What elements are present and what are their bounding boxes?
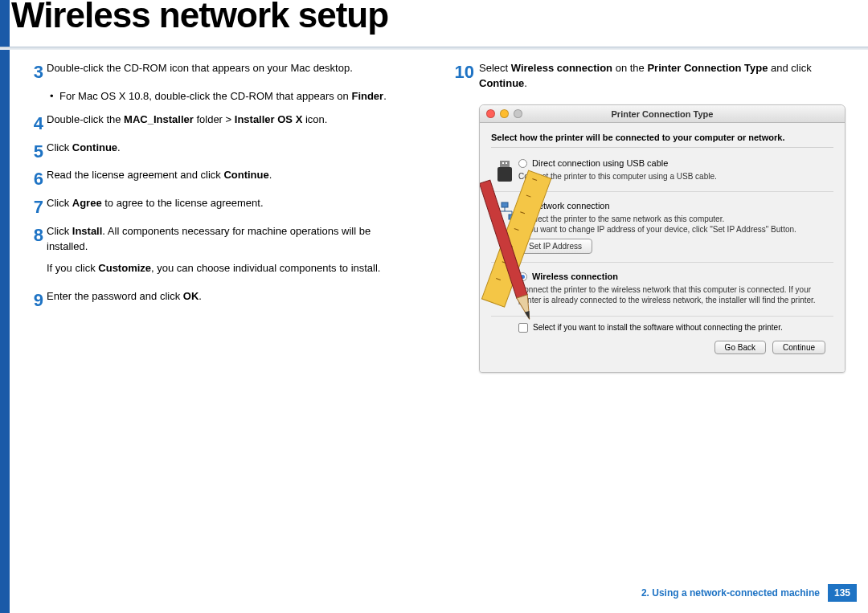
option-label: Network connection <box>532 200 610 212</box>
bold: Install <box>72 225 103 237</box>
mac-titlebar: Printer Connection Type <box>480 105 845 123</box>
usb-icon <box>491 157 518 183</box>
step-5: 5 Click Continue. <box>21 141 415 156</box>
text: Enter the password and click <box>47 290 183 302</box>
text: . <box>524 77 527 89</box>
close-icon[interactable] <box>486 109 495 118</box>
page-number: 135 <box>828 584 857 602</box>
radio-wireless[interactable] <box>518 272 527 281</box>
option-desc: Connect the printer to this computer usi… <box>518 171 833 182</box>
separator <box>491 191 833 192</box>
radio-usb[interactable] <box>518 159 527 168</box>
bold: Agree <box>72 197 102 209</box>
mac-dialog-body: Select how the printer will be connected… <box>480 123 845 372</box>
step-number: 8 <box>21 223 43 248</box>
text: Double-click the <box>47 113 124 125</box>
svg-rect-11 <box>500 161 510 167</box>
bold: Continue <box>72 141 117 153</box>
text: Read the license agreement and click <box>47 169 223 181</box>
svg-point-18 <box>503 288 506 292</box>
text: . <box>117 141 121 153</box>
option-label: Wireless connection <box>532 271 618 283</box>
checkbox-install-without-connect[interactable] <box>518 323 528 333</box>
step-9: 9 Enter the password and click OK. <box>21 289 415 304</box>
step-7: 7 Click Agree to agree to the license ag… <box>21 196 415 211</box>
mac-dialog-footer: Go Back Continue <box>491 336 833 362</box>
step-6: 6 Read the license agreement and click C… <box>21 168 415 183</box>
wifi-icon <box>491 271 518 306</box>
checkbox-label: Select if you want to install the softwa… <box>533 323 783 332</box>
title-rule <box>0 47 868 50</box>
mac-dialog-printer-connection: Printer Connection Type <box>479 104 845 373</box>
option-usb[interactable]: Direct connection using USB cable Connec… <box>491 154 833 190</box>
page-title: Wireless network setup <box>11 0 388 35</box>
minimize-icon[interactable] <box>500 109 509 118</box>
page-footer: 2. Using a network-connected machine 135 <box>641 584 857 602</box>
footer-section: 2. Using a network-connected machine <box>641 587 820 599</box>
go-back-button[interactable]: Go Back <box>714 341 766 354</box>
step-3-bullet: For Mac OS X 10.8, double-click the CD-R… <box>21 89 415 104</box>
svg-rect-14 <box>506 162 507 164</box>
step-number: 3 <box>21 59 43 85</box>
bold: MAC_Installer <box>124 113 194 125</box>
step-number: 5 <box>21 139 43 165</box>
svg-rect-16 <box>494 215 501 219</box>
separator <box>491 262 833 263</box>
option-wireless[interactable]: Wireless connection Connect the printer … <box>491 268 833 313</box>
continue-button[interactable]: Continue <box>772 341 825 354</box>
option-desc: Connect the printer to the wireless netw… <box>518 284 833 306</box>
text: Click <box>47 141 72 153</box>
text: and click <box>768 62 811 74</box>
mac-dialog-title: Printer Connection Type <box>612 109 714 119</box>
bold: OK <box>183 290 199 302</box>
step-number: 4 <box>21 111 43 137</box>
left-column: 3 Double-click the CD-ROM icon that appe… <box>10 61 426 373</box>
bold: Installer OS X <box>235 113 303 125</box>
text: Click <box>47 197 72 209</box>
mac-window-controls <box>486 109 522 118</box>
text: . <box>383 90 387 102</box>
sidebar-accent <box>0 0 10 613</box>
step-number: 10 <box>450 59 474 85</box>
step-text: Double-click the CD-ROM icon that appear… <box>47 62 353 74</box>
content-columns: 3 Double-click the CD-ROM icon that appe… <box>10 61 858 373</box>
step-number: 7 <box>21 194 43 220</box>
text: icon. <box>302 113 327 125</box>
text: to agree to the license agreement. <box>102 197 264 209</box>
bold: Finder <box>351 90 383 102</box>
option-network[interactable]: Network connection Connect the printer t… <box>491 197 833 260</box>
step-number: 6 <box>21 166 43 192</box>
step-4: 4 Double-click the MAC_Installer folder … <box>21 112 415 128</box>
step-3: 3 Double-click the CD-ROM icon that appe… <box>21 61 415 76</box>
zoom-icon[interactable] <box>514 109 522 118</box>
step-10: 10 Select Wireless connection on the Pri… <box>453 61 847 92</box>
svg-rect-17 <box>509 215 515 219</box>
bold: Wireless connection <box>511 62 612 74</box>
step-number: 9 <box>21 288 43 313</box>
text: . <box>269 169 272 181</box>
text: For Mac OS X 10.8, double-click the CD-R… <box>59 90 351 102</box>
radio-network[interactable] <box>518 202 527 210</box>
svg-rect-12 <box>497 167 512 182</box>
network-icon <box>491 200 518 254</box>
bold: Printer Connection Type <box>647 62 768 74</box>
text: on the <box>612 62 647 74</box>
right-column: 10 Select Wireless connection on the Pri… <box>442 61 858 373</box>
option-label: Direct connection using USB cable <box>532 157 668 170</box>
step-8: 8 Click Install. All components necessar… <box>21 224 415 276</box>
bold: Continue <box>223 169 268 181</box>
option-desc: Connect the printer to the same network … <box>518 214 833 235</box>
svg-rect-15 <box>502 202 508 207</box>
text: Click <box>47 225 72 237</box>
bold: Customize <box>98 262 151 274</box>
svg-rect-13 <box>502 162 504 164</box>
text: If you click <box>47 262 98 274</box>
text: folder > <box>194 113 235 125</box>
text: Select <box>479 62 511 74</box>
set-ip-address-button[interactable]: Set IP Address <box>518 239 592 255</box>
text: . <box>199 290 202 302</box>
install-without-connecting-row[interactable]: Select if you want to install the softwa… <box>491 316 833 336</box>
bold: Continue <box>479 77 524 89</box>
text: , you can choose individual components t… <box>151 262 380 274</box>
mac-instruction: Select how the printer will be connected… <box>491 133 833 148</box>
